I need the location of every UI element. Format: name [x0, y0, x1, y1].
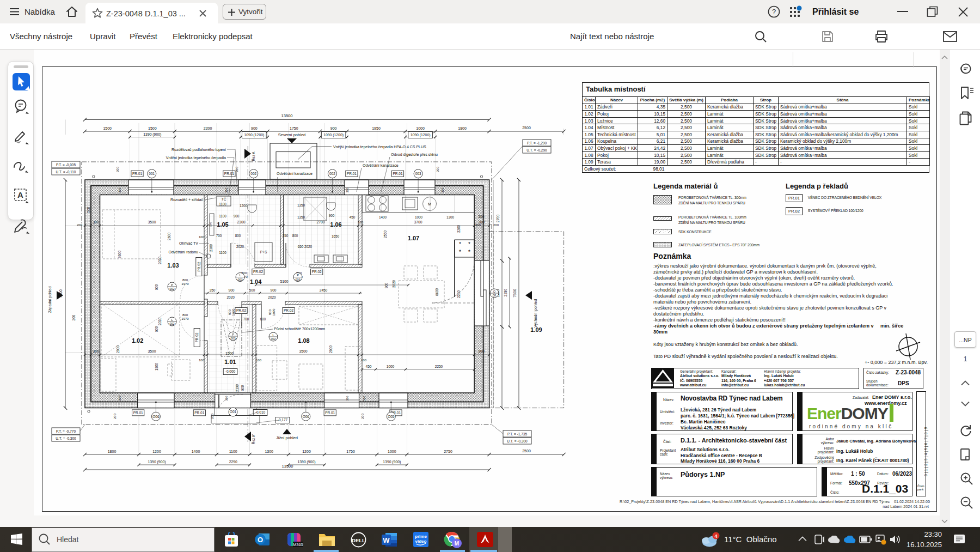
svg-text:1090 (1200): 1090 (1200): [244, 133, 265, 137]
svg-text:Rozvaděč + střídač: Rozvaděč + střídač: [170, 198, 204, 202]
svg-text:1.07: 1.07: [408, 235, 419, 241]
svg-text:3700: 3700: [414, 220, 422, 224]
svg-text:O: O: [258, 536, 263, 544]
svg-text:M365: M365: [293, 542, 303, 547]
svg-text:200: 200: [113, 413, 117, 419]
svg-text:1200: 1200: [240, 204, 248, 208]
svg-text:100: 100: [199, 359, 205, 362]
svg-text:1500: 1500: [148, 126, 157, 130]
svg-text:100: 100: [199, 235, 205, 239]
svg-text:2020: 2020: [392, 280, 396, 288]
svg-text:1970: 1970: [181, 317, 189, 320]
svg-text:4: 4: [714, 533, 717, 539]
svg-text:1400: 1400: [379, 215, 387, 219]
svg-text:1100: 1100: [219, 214, 226, 218]
svg-text:2750: 2750: [444, 450, 452, 453]
svg-text:2290: 2290: [504, 288, 507, 296]
svg-text:250: 250: [283, 234, 289, 238]
svg-text:Odvětrání radonu: Odvětrání radonu: [169, 250, 199, 254]
svg-text:Odvětrání kanalizace: Odvětrání kanalizace: [363, 163, 399, 167]
svg-text:-0,000: -0,000: [225, 369, 236, 373]
svg-text:1.01: 1.01: [224, 359, 236, 365]
svg-text:3500: 3500: [148, 349, 156, 353]
svg-text:1100: 1100: [229, 450, 237, 453]
svg-text:800: 800: [235, 234, 241, 238]
svg-text:PR.01: PR.01: [133, 411, 143, 415]
svg-text:W: W: [383, 536, 390, 544]
svg-text:2020: 2020: [236, 245, 244, 248]
svg-text:3600: 3600: [118, 251, 121, 259]
svg-text:1300: 1300: [446, 215, 455, 219]
svg-text:200: 200: [116, 166, 119, 172]
svg-text:450: 450: [366, 365, 372, 368]
svg-text:Půdní schodiště 700x1200mm: Půdní schodiště 700x1200mm: [274, 327, 325, 331]
svg-text:2200: 2200: [457, 225, 461, 233]
svg-text:P+S: P+S: [260, 250, 267, 254]
svg-text:*: *: [459, 241, 461, 247]
svg-text:P.T. = -1,290: P.T. = -1,290: [527, 141, 547, 145]
svg-text:2250: 2250: [435, 365, 443, 368]
svg-text:L: L: [239, 274, 241, 277]
svg-text:1500: 1500: [103, 126, 112, 130]
svg-text:PR.02: PR.02: [312, 270, 322, 274]
svg-text:PR.02: PR.02: [197, 262, 201, 271]
svg-text:900: 900: [251, 126, 258, 130]
svg-text:O01: O01: [230, 410, 237, 414]
svg-text:O06: O06: [303, 415, 310, 418]
svg-text:M: M: [428, 202, 431, 206]
svg-text:800: 800: [228, 309, 231, 315]
svg-text:300: 300: [346, 187, 349, 192]
svg-text:900: 900: [271, 288, 277, 292]
svg-text:900: 900: [229, 288, 235, 292]
svg-text:1390 (900): 1390 (900): [383, 460, 401, 464]
svg-text:13500: 13500: [282, 464, 293, 469]
svg-text:08: 08: [493, 294, 496, 297]
svg-text:M: M: [455, 541, 459, 547]
svg-text:O06: O06: [152, 415, 160, 418]
svg-text:O05: O05: [388, 415, 395, 418]
svg-text:200: 200: [72, 314, 76, 320]
svg-text:P.T. = -0,005: P.T. = -0,005: [56, 163, 76, 167]
svg-text:5100: 5100: [280, 280, 288, 283]
svg-text:600: 600: [260, 317, 266, 321]
svg-text:200: 200: [436, 166, 439, 172]
svg-text:P: P: [297, 274, 299, 277]
svg-text:200: 200: [77, 223, 83, 227]
svg-text:13500: 13500: [281, 113, 293, 118]
svg-text:1090 (1200): 1090 (1200): [411, 133, 431, 137]
svg-text:1950: 1950: [372, 126, 381, 130]
svg-text:100: 100: [358, 221, 364, 224]
svg-text:300: 300: [478, 220, 485, 224]
svg-text:2500: 2500: [522, 126, 531, 130]
svg-text:DELL: DELL: [352, 537, 365, 543]
svg-text:800: 800: [292, 234, 298, 238]
svg-text:200: 200: [361, 413, 364, 419]
svg-text:300: 300: [441, 187, 444, 192]
svg-text:800: 800: [268, 309, 272, 315]
svg-text:1400: 1400: [192, 450, 200, 453]
svg-text:300: 300: [118, 396, 121, 401]
svg-text:1390 (900): 1390 (900): [298, 460, 316, 464]
svg-text:Řez A': Řez A': [251, 434, 255, 445]
svg-text:U.T. = -0,300: U.T. = -0,300: [56, 436, 76, 440]
svg-text:900: 900: [155, 284, 158, 290]
svg-text:1750: 1750: [346, 450, 355, 453]
svg-text:-0,010: -0,010: [255, 410, 266, 414]
svg-text:002: 002: [250, 172, 256, 175]
svg-text:O: O: [493, 290, 496, 293]
svg-text:3500: 3500: [148, 220, 156, 224]
svg-text:300: 300: [93, 349, 99, 353]
svg-text:PR.01: PR.01: [393, 172, 402, 175]
svg-text:001: 001: [149, 172, 155, 175]
svg-text:Východní pohled: Východní pohled: [534, 299, 538, 327]
svg-text:650 2020: 650 2020: [298, 245, 313, 248]
svg-text:1.02: 1.02: [132, 337, 143, 344]
svg-text:1900: 1900: [155, 363, 158, 371]
svg-text:Řez A: Řez A: [251, 151, 255, 161]
svg-text:1000: 1000: [388, 450, 396, 453]
svg-text:1100: 1100: [219, 251, 226, 254]
svg-text:video: video: [415, 539, 427, 544]
svg-text:U.T. = -0,300: U.T. = -0,300: [507, 439, 528, 443]
svg-text:1.03: 1.03: [167, 262, 179, 269]
svg-text:RH: RH: [209, 222, 212, 227]
